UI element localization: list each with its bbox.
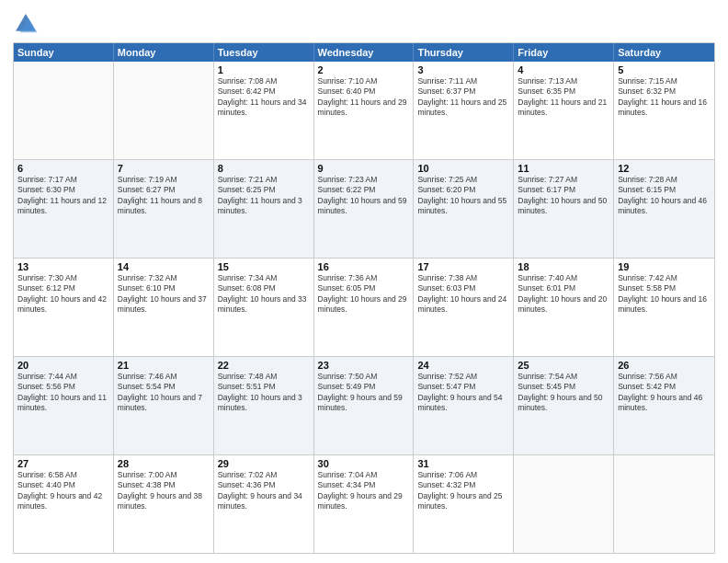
cal-header-day: Monday — [114, 43, 214, 62]
cal-cell: 21Sunrise: 7:46 AM Sunset: 5:54 PM Dayli… — [114, 357, 214, 454]
day-number: 11 — [518, 163, 609, 174]
cal-header-day: Saturday — [614, 43, 714, 62]
cal-cell: 29Sunrise: 7:02 AM Sunset: 4:36 PM Dayli… — [214, 455, 314, 553]
cell-info: Sunrise: 7:50 AM Sunset: 5:49 PM Dayligh… — [318, 372, 410, 414]
cell-info: Sunrise: 7:21 AM Sunset: 6:25 PM Dayligh… — [218, 175, 310, 217]
cal-cell: 25Sunrise: 7:54 AM Sunset: 5:45 PM Dayli… — [514, 357, 614, 454]
cell-info: Sunrise: 7:54 AM Sunset: 5:45 PM Dayligh… — [518, 372, 609, 414]
day-number: 28 — [118, 458, 210, 469]
cal-header-day: Sunday — [14, 43, 114, 62]
cell-info: Sunrise: 7:46 AM Sunset: 5:54 PM Dayligh… — [118, 372, 210, 414]
cal-week-row: 6Sunrise: 7:17 AM Sunset: 6:30 PM Daylig… — [14, 159, 714, 258]
day-number: 29 — [218, 458, 310, 469]
cell-info: Sunrise: 7:02 AM Sunset: 4:36 PM Dayligh… — [218, 470, 310, 512]
cal-cell: 2Sunrise: 7:10 AM Sunset: 6:40 PM Daylig… — [314, 62, 415, 159]
cal-cell: 31Sunrise: 7:06 AM Sunset: 4:32 PM Dayli… — [414, 455, 514, 553]
day-number: 9 — [318, 163, 410, 174]
cell-info: Sunrise: 7:25 AM Sunset: 6:20 PM Dayligh… — [417, 175, 509, 217]
day-number: 21 — [118, 360, 210, 371]
cell-info: Sunrise: 7:08 AM Sunset: 6:42 PM Dayligh… — [218, 76, 310, 119]
day-number: 20 — [17, 360, 109, 371]
cell-info: Sunrise: 7:36 AM Sunset: 6:05 PM Dayligh… — [318, 273, 410, 316]
cal-cell: 4Sunrise: 7:13 AM Sunset: 6:35 PM Daylig… — [514, 62, 614, 159]
day-number: 22 — [218, 360, 310, 371]
calendar-header: SundayMondayTuesdayWednesdayThursdayFrid… — [14, 43, 714, 62]
cell-info: Sunrise: 7:10 AM Sunset: 6:40 PM Dayligh… — [318, 76, 410, 119]
day-number: 1 — [218, 64, 310, 75]
cal-cell: 13Sunrise: 7:30 AM Sunset: 6:12 PM Dayli… — [14, 259, 114, 356]
day-number: 31 — [417, 458, 509, 469]
cal-cell: 10Sunrise: 7:25 AM Sunset: 6:20 PM Dayli… — [414, 160, 514, 258]
cal-cell: 19Sunrise: 7:42 AM Sunset: 5:58 PM Dayli… — [614, 259, 714, 356]
cal-cell: 7Sunrise: 7:19 AM Sunset: 6:27 PM Daylig… — [114, 160, 214, 258]
cell-info: Sunrise: 7:38 AM Sunset: 6:03 PM Dayligh… — [417, 273, 509, 316]
cell-info: Sunrise: 7:32 AM Sunset: 6:10 PM Dayligh… — [118, 273, 210, 316]
cal-cell: 14Sunrise: 7:32 AM Sunset: 6:10 PM Dayli… — [114, 259, 214, 356]
cal-header-day: Thursday — [414, 43, 514, 62]
cell-info: Sunrise: 7:30 AM Sunset: 6:12 PM Dayligh… — [17, 273, 109, 316]
cell-info: Sunrise: 7:40 AM Sunset: 6:01 PM Dayligh… — [518, 273, 609, 316]
day-number: 17 — [417, 261, 509, 272]
cal-cell: 17Sunrise: 7:38 AM Sunset: 6:03 PM Dayli… — [414, 259, 514, 356]
cell-info: Sunrise: 7:06 AM Sunset: 4:32 PM Dayligh… — [417, 470, 509, 512]
cal-cell: 3Sunrise: 7:11 AM Sunset: 6:37 PM Daylig… — [414, 62, 514, 159]
cal-cell: 28Sunrise: 7:00 AM Sunset: 4:38 PM Dayli… — [114, 455, 214, 553]
day-number: 12 — [618, 163, 711, 174]
cal-cell: 1Sunrise: 7:08 AM Sunset: 6:42 PM Daylig… — [214, 62, 314, 159]
cal-cell: 6Sunrise: 7:17 AM Sunset: 6:30 PM Daylig… — [14, 160, 114, 258]
logo — [13, 11, 42, 37]
cell-info: Sunrise: 7:27 AM Sunset: 6:17 PM Dayligh… — [518, 175, 609, 217]
header — [13, 11, 715, 37]
cal-header-day: Tuesday — [214, 43, 314, 62]
day-number: 15 — [218, 261, 310, 272]
calendar: SundayMondayTuesdayWednesdayThursdayFrid… — [13, 42, 715, 554]
cell-info: Sunrise: 7:04 AM Sunset: 4:34 PM Dayligh… — [318, 470, 410, 512]
day-number: 5 — [618, 64, 711, 75]
cal-header-day: Wednesday — [314, 43, 415, 62]
day-number: 27 — [17, 458, 109, 469]
cal-cell: 23Sunrise: 7:50 AM Sunset: 5:49 PM Dayli… — [314, 357, 415, 454]
cal-cell: 27Sunrise: 6:58 AM Sunset: 4:40 PM Dayli… — [14, 455, 114, 553]
cal-cell-empty — [14, 62, 114, 159]
cal-cell: 22Sunrise: 7:48 AM Sunset: 5:51 PM Dayli… — [214, 357, 314, 454]
cal-cell: 18Sunrise: 7:40 AM Sunset: 6:01 PM Dayli… — [514, 259, 614, 356]
day-number: 19 — [618, 261, 711, 272]
cal-cell: 11Sunrise: 7:27 AM Sunset: 6:17 PM Dayli… — [514, 160, 614, 258]
cal-cell: 5Sunrise: 7:15 AM Sunset: 6:32 PM Daylig… — [614, 62, 714, 159]
cal-cell: 24Sunrise: 7:52 AM Sunset: 5:47 PM Dayli… — [414, 357, 514, 454]
cal-header-day: Friday — [514, 43, 614, 62]
day-number: 2 — [318, 64, 410, 75]
day-number: 18 — [518, 261, 609, 272]
cell-info: Sunrise: 7:17 AM Sunset: 6:30 PM Dayligh… — [17, 175, 109, 217]
cal-week-row: 13Sunrise: 7:30 AM Sunset: 6:12 PM Dayli… — [14, 258, 714, 356]
cal-cell-empty — [614, 455, 714, 553]
cal-cell-empty — [114, 62, 214, 159]
cal-cell: 20Sunrise: 7:44 AM Sunset: 5:56 PM Dayli… — [14, 357, 114, 454]
cal-cell: 16Sunrise: 7:36 AM Sunset: 6:05 PM Dayli… — [314, 259, 415, 356]
day-number: 23 — [318, 360, 410, 371]
cell-info: Sunrise: 7:19 AM Sunset: 6:27 PM Dayligh… — [118, 175, 210, 217]
day-number: 13 — [17, 261, 109, 272]
cell-info: Sunrise: 6:58 AM Sunset: 4:40 PM Dayligh… — [17, 470, 109, 512]
cell-info: Sunrise: 7:11 AM Sunset: 6:37 PM Dayligh… — [417, 76, 509, 119]
cal-cell: 26Sunrise: 7:56 AM Sunset: 5:42 PM Dayli… — [614, 357, 714, 454]
day-number: 10 — [417, 163, 509, 174]
day-number: 26 — [618, 360, 711, 371]
day-number: 8 — [218, 163, 310, 174]
cell-info: Sunrise: 7:15 AM Sunset: 6:32 PM Dayligh… — [618, 76, 711, 119]
cell-info: Sunrise: 7:28 AM Sunset: 6:15 PM Dayligh… — [618, 175, 711, 217]
cal-week-row: 20Sunrise: 7:44 AM Sunset: 5:56 PM Dayli… — [14, 356, 714, 454]
cal-cell: 9Sunrise: 7:23 AM Sunset: 6:22 PM Daylig… — [314, 160, 415, 258]
day-number: 25 — [518, 360, 609, 371]
logo-icon — [13, 11, 39, 37]
cal-cell-empty — [514, 455, 614, 553]
day-number: 30 — [318, 458, 410, 469]
cell-info: Sunrise: 7:34 AM Sunset: 6:08 PM Dayligh… — [218, 273, 310, 316]
day-number: 4 — [518, 64, 609, 75]
day-number: 7 — [118, 163, 210, 174]
day-number: 24 — [417, 360, 509, 371]
cell-info: Sunrise: 7:56 AM Sunset: 5:42 PM Dayligh… — [618, 372, 711, 414]
page: SundayMondayTuesdayWednesdayThursdayFrid… — [0, 0, 728, 563]
cal-cell: 8Sunrise: 7:21 AM Sunset: 6:25 PM Daylig… — [214, 160, 314, 258]
cell-info: Sunrise: 7:44 AM Sunset: 5:56 PM Dayligh… — [17, 372, 109, 414]
